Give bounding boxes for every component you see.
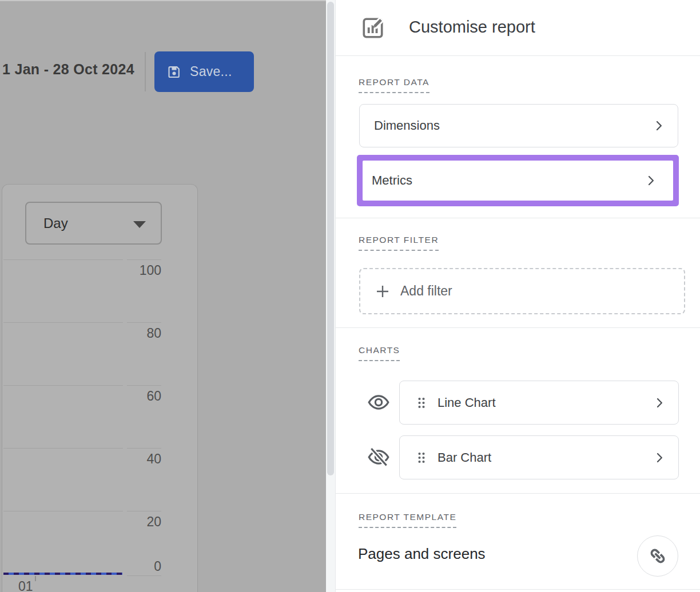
gridline-20: [3, 511, 123, 511]
report-chart-card: [2, 184, 198, 592]
gridline-100: [3, 259, 123, 260]
metrics-label: Metrics: [372, 173, 412, 188]
section-divider: [336, 589, 700, 590]
gridline-80: [3, 322, 123, 323]
gridtick-0: [127, 575, 161, 576]
x-axis-tick: [35, 576, 36, 581]
report-template-name: Pages and screens: [358, 545, 486, 563]
edit-report-icon: [360, 15, 386, 41]
save-floppy-icon: [166, 64, 182, 79]
plus-icon: [374, 283, 391, 300]
customise-report-panel: Customise report REPORT DATA Dimensions …: [335, 0, 700, 592]
x-axis-label: 01: [18, 579, 33, 592]
caret-down-icon: [133, 221, 146, 228]
header-divider: [145, 52, 146, 91]
y-axis-label: 60: [110, 389, 161, 404]
bar-chart-row[interactable]: Bar Chart: [399, 435, 679, 479]
panel-title: Customise report: [409, 18, 535, 37]
dimensions-label: Dimensions: [374, 118, 440, 133]
gridtick-100: [127, 259, 161, 260]
date-range-selector[interactable]: 1 Jan - 28 Oct 2024: [2, 61, 134, 78]
section-divider: [336, 493, 700, 494]
gridline-40: [3, 448, 123, 449]
section-divider: [336, 218, 700, 218]
report-filter-section-label: REPORT FILTER: [359, 235, 439, 251]
drag-handle-icon[interactable]: [417, 396, 426, 410]
gridtick-20: [127, 511, 161, 511]
save-button[interactable]: Save...: [154, 51, 254, 92]
charts-section-label: CHARTS: [359, 345, 400, 361]
eye-off-icon: [367, 446, 390, 469]
gridline-60: [3, 385, 123, 386]
section-divider: [336, 327, 700, 328]
granularity-value: Day: [43, 215, 68, 231]
chevron-right-icon: [652, 395, 667, 410]
top-edge-highlight: [0, 0, 326, 1]
dimensions-row[interactable]: Dimensions: [359, 104, 678, 147]
granularity-dropdown[interactable]: Day: [25, 202, 162, 245]
y-axis-label: 40: [110, 451, 161, 467]
unlink-template-button[interactable]: [637, 535, 678, 577]
chevron-right-icon: [652, 450, 667, 465]
add-filter-button[interactable]: Add filter: [359, 268, 685, 314]
drag-handle-icon[interactable]: [417, 451, 426, 465]
bar-chart-label: Bar Chart: [438, 450, 491, 465]
line-chart-row[interactable]: Line Chart: [399, 381, 679, 425]
eye-icon: [367, 391, 390, 414]
gridtick-60: [127, 385, 161, 386]
section-divider: [336, 55, 700, 56]
save-button-label: Save...: [190, 64, 232, 79]
chevron-right-icon: [643, 173, 658, 188]
y-axis-label: 0: [110, 559, 161, 574]
bar-chart-visibility-toggle[interactable]: [366, 445, 391, 469]
report-data-section-label: REPORT DATA: [359, 77, 429, 93]
chevron-right-icon: [651, 118, 666, 133]
line-chart-visibility-toggle[interactable]: [366, 390, 391, 414]
gridtick-80: [127, 322, 161, 323]
ga-customise-report-screen: 1 Jan - 28 Oct 2024 Save... Day 100 80 6…: [0, 0, 700, 592]
metrics-row[interactable]: Metrics: [363, 161, 673, 201]
line-chart-series-flat-zero: [3, 573, 122, 575]
unlink-icon: [647, 545, 669, 567]
line-chart-label: Line Chart: [438, 395, 496, 410]
metrics-highlight-box: Metrics: [357, 155, 679, 206]
report-template-section-label: REPORT TEMPLATE: [359, 512, 456, 528]
y-axis-label: 100: [110, 263, 161, 278]
gridtick-40: [127, 448, 161, 449]
scrollbar-thumb[interactable]: [327, 2, 334, 475]
add-filter-label: Add filter: [400, 283, 452, 299]
y-axis-label: 20: [110, 514, 161, 530]
y-axis-label: 80: [110, 326, 161, 341]
